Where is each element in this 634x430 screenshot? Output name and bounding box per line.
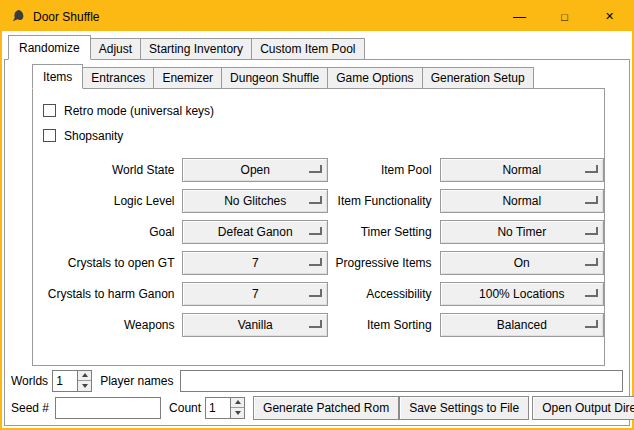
tab-custom-item-pool[interactable]: Custom Item Pool: [251, 38, 364, 60]
count-stepper-buttons: [230, 397, 245, 419]
world-state-dropdown[interactable]: Open: [182, 158, 327, 182]
minimize-icon[interactable]: —: [497, 2, 542, 31]
worlds-stepper-buttons: [77, 370, 92, 392]
accessibility-label: Accessibility: [328, 287, 440, 301]
stepper-down-icon[interactable]: [231, 408, 244, 418]
secondary-tab-bar: Items Entrances Enemizer Dungeon Shuffle…: [32, 64, 629, 88]
player-names-input[interactable]: [180, 370, 624, 392]
dropdown-indicator-icon: [585, 258, 598, 266]
stepper-up-icon[interactable]: [78, 371, 91, 382]
crystals-gt-label: Crystals to open GT: [33, 256, 182, 270]
option-row: Weapons Vanilla Item Sorting Balanced: [33, 309, 604, 340]
item-pool-label: Item Pool: [328, 163, 440, 177]
window-controls: — □ ✕: [497, 2, 632, 31]
player-names-label: Player names: [100, 374, 173, 388]
dropdown-indicator-icon: [585, 227, 598, 235]
count-input[interactable]: [205, 397, 230, 419]
logic-level-dropdown[interactable]: No Glitches: [182, 189, 327, 213]
goal-label: Goal: [33, 225, 182, 239]
tab-enemizer[interactable]: Enemizer: [153, 67, 222, 89]
logic-level-label: Logic Level: [33, 194, 182, 208]
seed-label: Seed #: [11, 401, 49, 415]
option-row: Logic Level No Glitches Item Functionali…: [33, 185, 604, 216]
close-icon[interactable]: ✕: [587, 2, 632, 31]
shopsanity-label: Shopsanity: [64, 129, 123, 143]
logic-level-value: No Glitches: [224, 194, 286, 208]
timer-setting-dropdown[interactable]: No Timer: [440, 220, 604, 244]
randomize-tab-panel: Items Entrances Enemizer Dungeon Shuffle…: [4, 59, 630, 426]
accessibility-dropdown[interactable]: 100% Locations: [440, 282, 604, 306]
title-bar[interactable]: Door Shuffle — □ ✕: [2, 2, 632, 31]
item-functionality-label: Item Functionality: [328, 194, 440, 208]
accessibility-value: 100% Locations: [479, 287, 564, 301]
crystals-ganon-value: 7: [252, 287, 259, 301]
retro-mode-row: Retro mode (universal keys): [33, 98, 604, 123]
dropdown-indicator-icon: [309, 165, 322, 173]
crystals-gt-dropdown[interactable]: 7: [182, 251, 327, 275]
goal-value: Defeat Ganon: [218, 225, 293, 239]
dropdown-indicator-icon: [585, 165, 598, 173]
tab-generation-setup[interactable]: Generation Setup: [422, 67, 534, 89]
item-sorting-label: Item Sorting: [328, 318, 440, 332]
maximize-icon[interactable]: □: [542, 2, 587, 31]
option-row: Goal Defeat Ganon Timer Setting No Timer: [33, 216, 604, 247]
item-sorting-value: Balanced: [497, 318, 547, 332]
shopsanity-checkbox[interactable]: [43, 129, 56, 142]
goal-dropdown[interactable]: Defeat Ganon: [182, 220, 327, 244]
dropdown-indicator-icon: [309, 227, 322, 235]
progressive-items-dropdown[interactable]: On: [440, 251, 604, 275]
shopsanity-row: Shopsanity: [33, 123, 604, 148]
weapons-value: Vanilla: [238, 318, 273, 332]
tab-entrances[interactable]: Entrances: [82, 67, 154, 89]
crystals-gt-value: 7: [252, 256, 259, 270]
tab-adjust[interactable]: Adjust: [90, 38, 141, 60]
crystals-ganon-dropdown[interactable]: 7: [182, 282, 327, 306]
item-pool-value: Normal: [502, 163, 541, 177]
item-functionality-dropdown[interactable]: Normal: [440, 189, 604, 213]
dropdown-indicator-icon: [309, 196, 322, 204]
dropdown-indicator-icon: [585, 196, 598, 204]
dropdown-indicator-icon: [309, 289, 322, 297]
app-icon: [10, 9, 26, 25]
seed-row: Seed # Count Generate Patched Rom Save S…: [5, 394, 629, 421]
retro-mode-label: Retro mode (universal keys): [64, 104, 214, 118]
worlds-row: Worlds Player names: [5, 367, 629, 394]
worlds-label: Worlds: [11, 374, 48, 388]
progressive-items-value: On: [514, 256, 530, 270]
tab-game-options[interactable]: Game Options: [327, 67, 422, 89]
open-output-directory-button[interactable]: Open Output Directory: [532, 396, 634, 420]
dropdown-indicator-icon: [585, 289, 598, 297]
worlds-stepper: [52, 370, 92, 392]
seed-input[interactable]: [55, 397, 161, 419]
item-pool-dropdown[interactable]: Normal: [440, 158, 604, 182]
stepper-down-icon[interactable]: [78, 381, 91, 391]
option-row: World State Open Item Pool Normal: [33, 154, 604, 185]
window-title: Door Shuffle: [33, 10, 100, 24]
dropdown-indicator-icon: [585, 320, 598, 328]
progressive-items-label: Progressive Items: [328, 256, 440, 270]
weapons-dropdown[interactable]: Vanilla: [182, 313, 327, 337]
tab-dungeon-shuffle[interactable]: Dungeon Shuffle: [221, 67, 328, 89]
primary-tab-bar: Randomize Adjust Starting Inventory Cust…: [2, 35, 632, 59]
generate-patched-rom-button[interactable]: Generate Patched Rom: [253, 396, 399, 420]
tab-items[interactable]: Items: [32, 64, 83, 89]
save-settings-button[interactable]: Save Settings to File: [399, 396, 529, 420]
options-grid: World State Open Item Pool Normal Logic …: [33, 154, 604, 340]
worlds-input[interactable]: [52, 370, 77, 392]
option-row: Crystals to harm Ganon 7 Accessibility 1…: [33, 278, 604, 309]
tab-starting-inventory[interactable]: Starting Inventory: [140, 38, 252, 60]
item-functionality-value: Normal: [502, 194, 541, 208]
dropdown-indicator-icon: [309, 258, 322, 266]
app-window: Door Shuffle — □ ✕ Randomize Adjust Star…: [0, 0, 634, 430]
retro-mode-checkbox[interactable]: [43, 104, 56, 117]
world-state-value: Open: [241, 163, 270, 177]
crystals-ganon-label: Crystals to harm Ganon: [33, 287, 182, 301]
option-row: Crystals to open GT 7 Progressive Items …: [33, 247, 604, 278]
item-sorting-dropdown[interactable]: Balanced: [440, 313, 604, 337]
count-stepper: [205, 397, 245, 419]
stepper-up-icon[interactable]: [231, 398, 244, 409]
timer-setting-label: Timer Setting: [328, 225, 440, 239]
count-label: Count: [169, 401, 201, 415]
items-tab-panel: Retro mode (universal keys) Shopsanity W…: [32, 88, 605, 366]
tab-randomize[interactable]: Randomize: [8, 35, 91, 60]
